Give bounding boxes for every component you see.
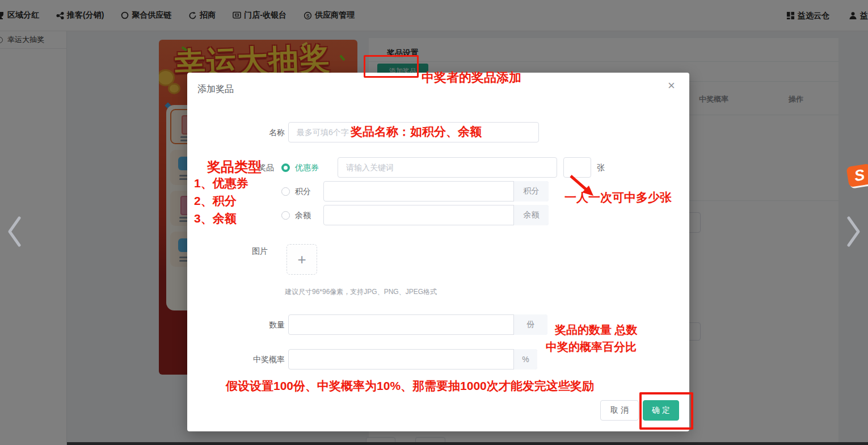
annotation-rect-add-button xyxy=(364,55,419,78)
radio-points[interactable] xyxy=(281,187,290,196)
modal-title: 添加奖品 xyxy=(197,83,234,95)
quantity-input[interactable] xyxy=(288,314,547,335)
annotation-type-item: 3、余额 xyxy=(194,211,237,226)
annotation-rect-confirm-button xyxy=(639,392,693,430)
cancel-button[interactable]: 取 消 xyxy=(600,400,639,421)
image-field-label: 图片 xyxy=(188,246,268,257)
radio-coupon[interactable] xyxy=(281,163,290,172)
probability-suffix: % xyxy=(513,349,537,370)
annotation-type-item: 1、优惠券 xyxy=(194,175,248,191)
annotation-probability-note: 中奖的概率百分比 xyxy=(546,339,637,355)
radio-balance[interactable] xyxy=(281,211,290,220)
coupon-keyword-input[interactable] xyxy=(338,157,557,178)
image-upload-hint: 建议尺寸96*96像素，支持JPG、PNG、JPEG格式 xyxy=(285,287,437,297)
annotation-name-note: 奖品名称：如积分、余额 xyxy=(351,124,482,140)
watermark-letter: S xyxy=(853,166,866,184)
points-suffix: 积分 xyxy=(513,181,549,201)
close-icon[interactable]: × xyxy=(668,79,675,92)
radio-points-label[interactable]: 积分 xyxy=(295,187,311,197)
probability-field-label: 中奖概率 xyxy=(205,355,285,365)
balance-suffix: 余额 xyxy=(513,205,549,225)
annotation-quantity-note: 奖品的数量 总数 xyxy=(555,322,638,338)
annotation-type-item: 2、积分 xyxy=(194,193,237,209)
annotation-type-title: 奖品类型 xyxy=(207,158,262,176)
radio-balance-label[interactable]: 余额 xyxy=(295,211,311,221)
image-upload-box[interactable]: + xyxy=(286,244,317,275)
name-field-label: 名称 xyxy=(205,128,285,138)
quantity-field-label: 数量 xyxy=(205,320,285,330)
plus-icon: + xyxy=(297,251,306,268)
annotation-bottom-note: 假设设置100份、中奖概率为10%、那需要抽1000次才能发完这些奖励 xyxy=(226,378,594,394)
probability-input[interactable] xyxy=(288,349,537,370)
radio-coupon-label[interactable]: 优惠券 xyxy=(295,163,319,173)
annotation-add-button-note: 中奖者的奖品添加 xyxy=(422,69,521,86)
app-root: 区域分红 推客(分销) 聚合供应链 招商 门店-收银台 S 供应商管理 xyxy=(0,0,868,445)
coupon-unit-label: 张 xyxy=(597,163,605,173)
chevron-right-icon[interactable] xyxy=(844,215,862,249)
screenshot-tool-watermark: S xyxy=(846,163,868,187)
quantity-suffix: 份 xyxy=(513,314,547,335)
annotation-unit-note: 一人一次可中多少张 xyxy=(564,190,672,205)
chevron-left-icon[interactable] xyxy=(6,215,24,249)
